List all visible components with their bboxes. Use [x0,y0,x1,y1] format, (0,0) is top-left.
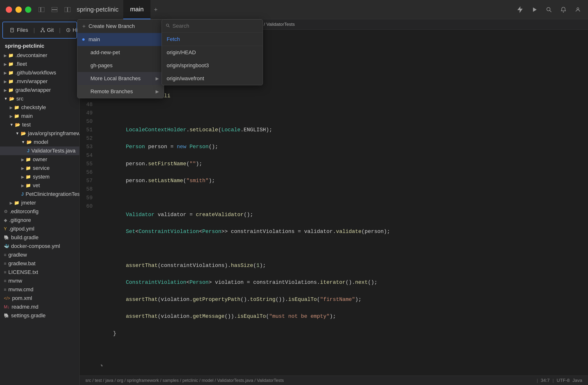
origin-springboot3-label: origin/springboot3 [167,62,209,69]
tree-item-validator-tests[interactable]: J ValidatorTests.java [0,147,79,155]
tree-item-pom[interactable]: </> pom.xml [0,294,79,303]
tree-item-github[interactable]: ▶ 📁 .github/workflows [0,68,79,77]
tree-item-mvnw[interactable]: ≡ mvnw [0,277,79,285]
svg-rect-5 [68,7,70,12]
docker-icon: 🐳 [4,244,9,249]
tree-item-docker-compose[interactable]: 🐳 docker-compose.yml [0,242,79,250]
tree-item-gitignore[interactable]: ◆ .gitignore [0,216,79,225]
tree-item-editorconfig[interactable]: ⚙ .editorconfig [0,207,79,216]
git-button[interactable]: Git [38,26,56,34]
tree-item-gradlew-bat[interactable]: ≡ gradlew.bat [0,259,79,268]
tree-item-settings-gradle[interactable]: 🐘 settings.gradle [0,311,79,320]
chevron-right-icon: ▶ [4,53,7,58]
folder-open-icon: 📂 [15,122,20,127]
lightning-icon[interactable] [516,5,524,14]
svg-rect-3 [52,10,57,12]
tree-item-gradle-wrapper[interactable]: ▶ 📁 gradle/wrapper [0,86,79,95]
tree-item-jmeter[interactable]: ▶ 📁 jmeter [0,198,79,207]
tree-item-main[interactable]: ▶ 📁 main [0,112,79,120]
tree-item-java-path[interactable]: ▼ 📂 java/org/springframework/samples/pe [0,129,79,138]
svg-marker-7 [533,7,537,12]
tree-item-fleet[interactable]: ▶ 📁 .fleet [0,60,79,68]
tab-main[interactable]: main [123,0,150,19]
origin-wavefront-item[interactable]: origin/wavefront [162,72,263,85]
chevron-down-icon: ▼ [21,140,25,144]
user-icon[interactable] [573,5,582,14]
file-icon: ≡ [4,252,6,258]
chevron-right-icon: ▶ [10,201,13,205]
tree-item-integration-tests[interactable]: J PetClinicIntegrationTests.java [0,190,79,198]
active-dot [82,38,85,41]
file-icon: Y [4,227,7,231]
more-local-branches-item[interactable]: More Local Branches ▶ [77,72,164,85]
chevron-right-icon: ▶ [10,114,13,118]
tree-item-system[interactable]: ▶ 📁 system [0,173,79,181]
plus-icon: + [82,23,86,30]
gh-pages-item[interactable]: gh-pages [77,59,164,72]
sidebar-toggle-icon[interactable] [37,5,46,14]
fetch-item[interactable]: Fetch [162,33,263,46]
tree-item-service[interactable]: ▶ 📁 service [0,164,79,173]
chevron-right-icon: ▶ [4,88,7,93]
app-title: spring-petclinic [77,6,118,13]
xml-icon: </> [4,296,10,301]
svg-point-17 [44,31,45,32]
md-icon: M↓ [4,305,10,309]
tree-item-readme[interactable]: M↓ readme.md [0,303,79,311]
tabs-area: main + [123,0,516,19]
split-icon[interactable] [63,5,72,14]
file-icon: ≡ [4,270,6,275]
tree-item-license[interactable]: ≡ LICENSE.txt [0,268,79,277]
files-button[interactable]: Files [8,26,30,34]
origin-head-label: origin/HEAD [167,49,196,56]
git-label: Git [47,27,54,33]
tree-item-src[interactable]: ▼ 📂 src [0,95,79,103]
run-icon[interactable] [530,5,539,14]
create-new-branch-item[interactable]: + Create New Branch [77,19,164,33]
tree-item-vet[interactable]: ▶ 📁 vet [0,181,79,190]
remote-branches-submenu: Fetch origin/HEAD origin/springboot3 ori… [162,19,263,85]
minimize-button[interactable] [15,6,22,13]
search-icon[interactable] [545,5,553,14]
chevron-right-icon: ▶ [156,76,159,81]
tree-item-gitpod[interactable]: Y .gitpod.yml [0,225,79,233]
folder-icon: 📁 [14,114,19,119]
svg-point-11 [577,8,579,10]
folder-open-icon: 📂 [26,139,32,145]
svg-point-16 [41,31,42,32]
gradle-icon: 🐘 [4,235,9,240]
main-branch-item[interactable]: main [77,33,164,46]
tree-item-mvnw-cmd[interactable]: ≡ mvnw.cmd [0,285,79,294]
origin-springboot3-item[interactable]: origin/springboot3 [162,59,263,72]
svg-rect-0 [39,7,41,12]
add-new-pet-item[interactable]: add-new-pet [77,46,164,59]
tree-item-mvn[interactable]: ▶ 📁 .mvn/wrapper [0,77,79,86]
java-file-icon: J [27,148,29,154]
origin-head-item[interactable]: origin/HEAD [162,46,263,59]
layout-icon[interactable] [50,5,59,14]
tree-item-model[interactable]: ▼ 📂 model [0,138,79,147]
tree-item-devcontainer[interactable]: ▶ 📁 .devcontainer [0,51,79,60]
file-icon: ≡ [4,287,6,292]
tree-item-checkstyle[interactable]: ▶ 📁 checkstyle [0,103,79,112]
titlebar-actions [516,5,582,14]
add-tab-button[interactable]: + [151,5,160,14]
tree-item-test[interactable]: ▼ 📂 test [0,120,79,129]
svg-line-18 [41,29,43,31]
tree-item-build-gradle[interactable]: 🐘 build.gradle [0,233,79,242]
create-branch-label: Create New Branch [88,23,135,29]
folder-icon: 📁 [25,174,31,179]
tree-item-gradlew[interactable]: ≡ gradlew [0,250,79,259]
bell-icon[interactable] [559,5,568,14]
maximize-button[interactable] [25,6,31,13]
status-bar: src / test / java / org / springframewor… [80,376,588,385]
close-button[interactable] [6,6,12,13]
tree-item-owner[interactable]: ▶ 📁 owner [0,155,79,164]
search-input[interactable] [172,23,259,29]
remote-branches-item[interactable]: Remote Branches ▶ [77,85,164,98]
main-branch-label: main [88,36,100,43]
status-path: src / test / java / org / springframewor… [85,378,284,383]
svg-line-19 [43,29,44,31]
folder-icon: 📁 [8,61,14,67]
svg-rect-4 [65,7,67,12]
